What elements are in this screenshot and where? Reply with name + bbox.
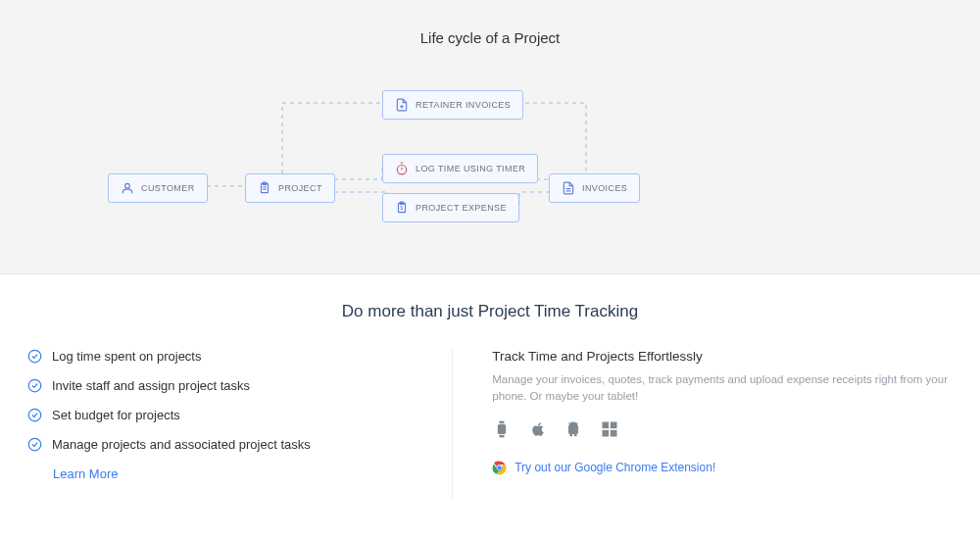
- svg-text:$: $: [401, 206, 404, 211]
- node-project: PROJECT: [245, 173, 335, 203]
- clipboard-dollar-icon: $: [395, 201, 409, 215]
- feature-label: Manage projects and associated project t…: [52, 437, 311, 452]
- clipboard-icon: [258, 181, 271, 195]
- node-retainer: RETAINER INVOICES: [382, 90, 523, 120]
- check-circle-icon: [27, 437, 42, 452]
- node-expense-label: PROJECT EXPENSE: [416, 203, 507, 213]
- node-expense: $ PROJECT EXPENSE: [382, 193, 519, 222]
- svg-point-18: [28, 350, 41, 363]
- diagram-title: Life cycle of a Project: [0, 29, 980, 46]
- chrome-icon: [492, 461, 507, 475]
- svg-rect-29: [603, 429, 610, 436]
- node-retainer-label: RETAINER INVOICES: [416, 100, 511, 110]
- features-column: Log time spent on projects Invite staff …: [27, 349, 453, 501]
- node-invoices-label: INVOICES: [582, 183, 627, 193]
- feature-item: Set budget for projects: [27, 408, 413, 422]
- feature-item: Manage projects and associated project t…: [27, 437, 413, 452]
- android-icon[interactable]: [564, 419, 582, 439]
- svg-rect-27: [603, 421, 610, 428]
- feature-label: Log time spent on projects: [52, 349, 201, 364]
- svg-point-3: [125, 183, 130, 188]
- promo-column: Track Time and Projects Effortlessly Man…: [492, 349, 953, 501]
- svg-rect-24: [500, 434, 505, 437]
- svg-point-21: [28, 438, 41, 451]
- check-circle-icon: [27, 378, 42, 393]
- windows-icon[interactable]: [600, 419, 619, 439]
- promo-description: Manage your invoices, quotes, track paym…: [492, 371, 953, 406]
- feature-item: Invite staff and assign project tasks: [27, 378, 413, 393]
- svg-point-20: [28, 409, 41, 421]
- svg-point-34: [498, 466, 502, 469]
- bottom-title: Do more than just Project Time Tracking: [27, 302, 953, 321]
- feature-item: Log time spent on projects: [27, 349, 413, 364]
- wearable-icon[interactable]: [492, 419, 512, 439]
- platform-icons: [492, 419, 953, 439]
- check-circle-icon: [27, 408, 42, 422]
- stopwatch-icon: [395, 162, 409, 175]
- file-plus-icon: [395, 98, 409, 112]
- node-customer: CUSTOMER: [108, 173, 208, 203]
- person-icon: [121, 181, 134, 195]
- chrome-link-label: Try out our Google Chrome Extension!: [514, 461, 715, 474]
- promo-heading: Track Time and Projects Effortlessly: [492, 349, 953, 364]
- node-invoices: INVOICES: [549, 173, 640, 203]
- check-circle-icon: [27, 349, 42, 364]
- svg-rect-30: [611, 429, 617, 436]
- apple-icon[interactable]: [529, 419, 547, 439]
- bottom-section: Do more than just Project Time Tracking …: [0, 274, 980, 501]
- svg-rect-28: [611, 421, 617, 428]
- feature-label: Set budget for projects: [52, 408, 180, 422]
- svg-point-19: [28, 379, 41, 392]
- svg-rect-22: [498, 424, 506, 434]
- svg-rect-23: [500, 420, 505, 423]
- node-project-label: PROJECT: [278, 183, 322, 193]
- lifecycle-section: Life cycle of a Project: [0, 0, 980, 274]
- file-text-icon: [562, 181, 575, 195]
- chrome-extension-link[interactable]: Try out our Google Chrome Extension!: [492, 461, 953, 475]
- node-customer-label: CUSTOMER: [141, 183, 195, 193]
- node-timer-label: LOG TIME USING TIMER: [416, 164, 525, 173]
- node-timer: LOG TIME USING TIMER: [382, 154, 538, 183]
- learn-more-link[interactable]: Learn More: [53, 466, 413, 481]
- lifecycle-diagram: CUSTOMER PROJECT RETAINER INVOICES LOG T…: [98, 75, 882, 252]
- feature-label: Invite staff and assign project tasks: [52, 378, 250, 393]
